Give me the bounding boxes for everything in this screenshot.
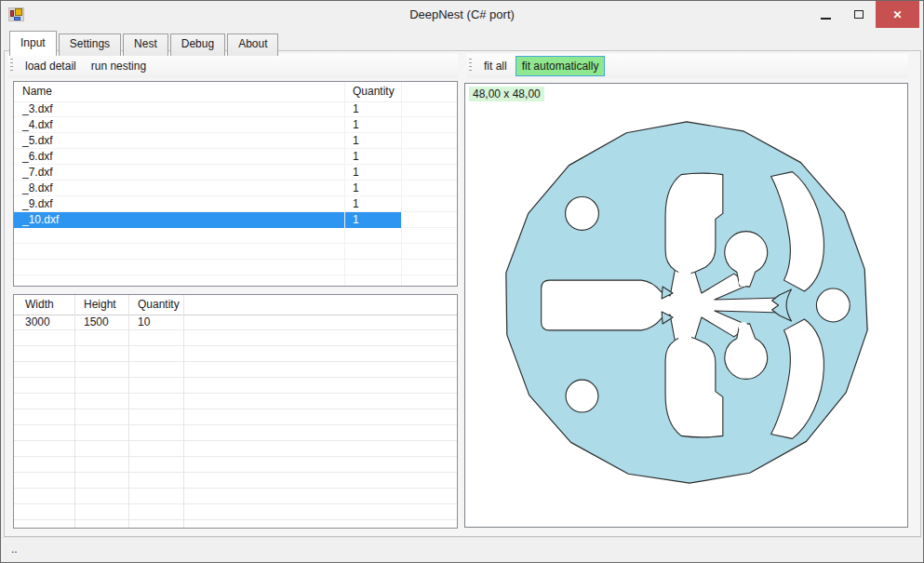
part-qty-cell: 1 (353, 181, 359, 196)
fit-automatically-button[interactable]: fit automatically (516, 56, 606, 76)
part-qty-cell: 1 (353, 133, 359, 149)
sheets-table-body: 3000 1500 10 (14, 315, 457, 528)
part-qty-cell: 1 (353, 196, 359, 212)
column-gridline (344, 82, 345, 286)
part-qty-cell: 1 (353, 212, 359, 228)
column-gridline (128, 295, 129, 528)
tab-debug[interactable]: Debug (170, 34, 225, 56)
toolbar-grip[interactable] (469, 59, 472, 74)
maximize-icon (854, 10, 864, 19)
part-name-cell: _7.dxf (22, 165, 53, 181)
status-bar: .. (2, 537, 922, 561)
sheet-row[interactable]: 3000 1500 10 (14, 315, 457, 330)
fit-all-button[interactable]: fit all (477, 56, 514, 76)
bolt-hole-top-left (566, 196, 599, 230)
tab-settings[interactable]: Settings (59, 34, 121, 56)
sheet-qty-cell: 10 (138, 315, 150, 330)
part-preview-drawing (465, 84, 907, 527)
tab-input[interactable]: Input (9, 31, 57, 56)
part-name-cell: _3.dxf (22, 101, 53, 117)
part-qty-cell: 1 (353, 117, 359, 133)
left-toolbar: load detail run nesting (7, 54, 458, 78)
parts-list-body: _3.dxf1 _4.dxf1 _5.dxf1 _6.dxf1 _7.dxf1 … (14, 101, 457, 286)
column-header-height[interactable]: Height (84, 295, 116, 315)
parts-list-header: Name Quantity (14, 82, 457, 102)
parts-row[interactable]: _4.dxf1 (14, 117, 457, 133)
status-text: .. (11, 543, 18, 556)
sheets-table-header: Width Height Quantity (14, 295, 457, 315)
part-name-cell: _4.dxf (22, 117, 53, 133)
tab-strip: Input Settings Nest Debug About (9, 31, 280, 56)
parts-row[interactable]: _6.dxf1 (14, 149, 457, 165)
sheet-size-label: 48,00 x 48,00 (469, 87, 544, 101)
parts-row[interactable]: _9.dxf1 (14, 196, 457, 212)
run-nesting-button[interactable]: run nesting (85, 56, 153, 76)
sheets-table: Width Height Quantity 3000 1500 10 (13, 294, 458, 529)
preview-canvas[interactable]: 48,00 x 48,00 (464, 83, 908, 528)
part-name-cell: _8.dxf (22, 181, 53, 196)
part-name-cell: _9.dxf (22, 196, 53, 212)
column-gridline (74, 295, 75, 528)
column-header-quantity[interactable]: Quantity (353, 82, 395, 101)
close-icon: ✕ (892, 8, 902, 21)
minimize-icon (821, 18, 831, 20)
part-qty-cell: 1 (353, 165, 359, 181)
column-header-width[interactable]: Width (25, 295, 54, 315)
column-header-name[interactable]: Name (22, 82, 52, 101)
titlebar[interactable]: DeepNest (C# port) ✕ (1, 1, 923, 29)
parts-row[interactable]: _3.dxf1 (14, 101, 457, 117)
part-name-cell: _10.dxf (22, 212, 59, 228)
right-toolbar: fit all fit automatically (466, 54, 908, 78)
part-qty-cell: 1 (353, 149, 359, 165)
tab-about[interactable]: About (227, 34, 278, 56)
part-qty-cell: 1 (353, 101, 359, 117)
load-detail-button[interactable]: load detail (19, 56, 83, 76)
column-header-quantity[interactable]: Quantity (138, 295, 180, 315)
parts-row[interactable]: _5.dxf1 (14, 133, 457, 149)
bolt-hole-bottom-left (566, 380, 598, 412)
close-button[interactable]: ✕ (876, 1, 919, 28)
column-gridline (183, 295, 184, 528)
parts-row-selected[interactable]: _10.dxf1 (14, 212, 401, 228)
sheet-height-cell: 1500 (84, 315, 109, 330)
tab-nest[interactable]: Nest (123, 34, 168, 56)
parts-row[interactable]: _7.dxf1 (14, 165, 457, 181)
app-window: DeepNest (C# port) ✕ Input Settings Nest… (0, 0, 924, 563)
part-name-cell: _5.dxf (22, 133, 53, 149)
column-gridline (401, 82, 402, 286)
parts-row[interactable]: _8.dxf1 (14, 181, 457, 196)
window-title: DeepNest (C# port) (1, 1, 923, 29)
part-name-cell: _6.dxf (22, 149, 53, 165)
sheet-width-cell: 3000 (25, 315, 50, 330)
parts-list: Name Quantity _3.dxf1 _4.dxf1 _5.dxf1 _6… (13, 81, 458, 287)
toolbar-grip[interactable] (10, 59, 13, 74)
maximize-button[interactable] (842, 1, 876, 28)
bolt-hole-right (816, 288, 850, 322)
minimize-button[interactable] (809, 1, 842, 28)
